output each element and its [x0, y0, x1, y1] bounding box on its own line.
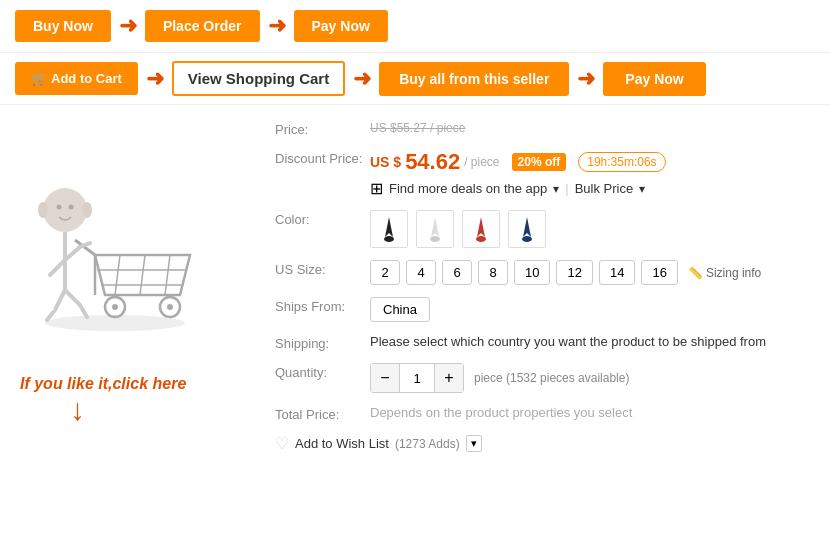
main-content: If you like it,click here ↓ Price: US $5…	[0, 105, 830, 468]
product-image	[15, 135, 235, 335]
quantity-label: Quantity:	[275, 363, 370, 380]
svg-point-10	[167, 304, 173, 310]
shipping-value: Please select which country you want the…	[370, 334, 815, 349]
color-row: Color:	[275, 210, 815, 248]
svg-point-19	[430, 236, 440, 242]
sizing-info-text: Sizing info	[706, 266, 761, 280]
ruler-icon: 📏	[688, 266, 703, 280]
total-price-text: Depends on the product properties you se…	[370, 405, 632, 420]
quantity-note: piece (1532 pieces available)	[474, 371, 629, 385]
place-order-button[interactable]: Place Order	[145, 10, 260, 42]
deals-text: Find more deals on the app	[389, 181, 547, 196]
deals-dropdown[interactable]: ▾	[553, 182, 559, 196]
color-swatch-navy[interactable]	[508, 210, 546, 248]
color-label: Color:	[275, 210, 370, 227]
sizing-info-link[interactable]: 📏 Sizing info	[688, 266, 761, 280]
size-btn-14[interactable]: 14	[599, 260, 635, 285]
discount-price-value: US $54.62 / piece 20% off 19h:35m:06s ⊞ …	[370, 149, 815, 198]
svg-point-17	[82, 202, 92, 218]
total-price-value: Depends on the product properties you se…	[370, 405, 815, 420]
original-price-value: US $55.27 / piece	[370, 120, 815, 135]
quantity-decrease-button[interactable]: −	[371, 364, 399, 392]
ships-from-label: Ships From:	[275, 297, 370, 314]
discount-badge: 20% off	[512, 153, 567, 171]
size-btn-16[interactable]: 16	[641, 260, 677, 285]
shipping-row: Shipping: Please select which country yo…	[275, 334, 815, 351]
svg-point-9	[112, 304, 118, 310]
size-btn-10[interactable]: 10	[514, 260, 550, 285]
product-detail-section: Price: US $55.27 / piece Discount Price:…	[260, 115, 830, 458]
pipe-divider: |	[565, 181, 568, 196]
buy-now-button[interactable]: Buy Now	[15, 10, 111, 42]
quantity-row: Quantity: − + piece (1532 pieces availab…	[275, 363, 815, 393]
arrow-icon-2: ➜	[268, 13, 286, 39]
quantity-input[interactable]	[399, 364, 435, 392]
us-size-row: US Size: 2 4 6 8 10 12 14 16 📏 Sizing in…	[275, 260, 815, 285]
product-image-section: If you like it,click here ↓	[0, 115, 260, 458]
arrow-icon-4: ➜	[353, 66, 371, 92]
cart-icon: 🛒	[31, 71, 47, 86]
quantity-increase-button[interactable]: +	[435, 364, 463, 392]
qr-icon: ⊞	[370, 179, 383, 198]
ships-from-china-button[interactable]: China	[370, 297, 430, 322]
size-btn-4[interactable]: 4	[406, 260, 436, 285]
click-here-text: If you like it,click here	[10, 375, 250, 393]
svg-line-4	[165, 255, 170, 295]
shipping-label: Shipping:	[275, 334, 370, 351]
discount-price-row: Discount Price: US $54.62 / piece 20% of…	[275, 149, 815, 198]
original-price-text: US $55.27 / piece	[370, 121, 465, 135]
bulk-price-text[interactable]: Bulk Price	[575, 181, 634, 196]
total-price-label: Total Price:	[275, 405, 370, 422]
second-action-bar: 🛒 Add to Cart ➜ View Shopping Cart ➜ Buy…	[0, 53, 830, 105]
color-swatch-cream[interactable]	[416, 210, 454, 248]
arrow-icon-1: ➜	[119, 13, 137, 39]
size-btn-12[interactable]: 12	[556, 260, 592, 285]
shipping-text: Please select which country you want the…	[370, 334, 766, 349]
product-image-area	[10, 125, 240, 345]
svg-point-20	[476, 236, 486, 242]
svg-point-18	[384, 236, 394, 242]
svg-point-11	[43, 188, 87, 232]
pay-now-second-button[interactable]: Pay Now	[603, 62, 705, 96]
arrow-down-icon: ↓	[10, 393, 250, 427]
view-shopping-cart-button[interactable]: View Shopping Cart	[172, 61, 345, 96]
svg-point-21	[522, 236, 532, 242]
pay-now-top-button[interactable]: Pay Now	[294, 10, 388, 42]
price-label: Price:	[275, 120, 370, 137]
price-unit: / piece	[464, 155, 499, 169]
ships-from-value: China	[370, 297, 815, 322]
svg-point-16	[38, 202, 48, 218]
color-swatch-black[interactable]	[370, 210, 408, 248]
arrow-icon-5: ➜	[577, 66, 595, 92]
size-buttons: 2 4 6 8 10 12 14 16 📏 Sizing info	[370, 260, 815, 285]
ships-from-row: Ships From: China	[275, 297, 815, 322]
timer-badge: 19h:35m:06s	[578, 152, 665, 172]
discount-price-number: 54.62	[405, 149, 460, 175]
wishlist-row: ♡ Add to Wish List (1273 Adds) ▾	[275, 434, 815, 453]
color-swatch-red[interactable]	[462, 210, 500, 248]
add-to-cart-button[interactable]: 🛒 Add to Cart	[15, 62, 138, 95]
heart-icon: ♡	[275, 434, 289, 453]
size-btn-6[interactable]: 6	[442, 260, 472, 285]
add-to-wishlist-button[interactable]: Add to Wish List	[295, 436, 389, 451]
price-inline-row: US $54.62 / piece 20% off 19h:35m:06s	[370, 149, 815, 175]
color-swatches	[370, 210, 815, 248]
top-action-bar: Buy Now ➜ Place Order ➜ Pay Now	[0, 0, 830, 53]
size-btn-2[interactable]: 2	[370, 260, 400, 285]
size-btn-8[interactable]: 8	[478, 260, 508, 285]
svg-point-14	[57, 205, 62, 210]
svg-point-15	[69, 205, 74, 210]
price-row: Price: US $55.27 / piece	[275, 120, 815, 137]
quantity-control-area: − + piece (1532 pieces available)	[370, 363, 815, 393]
bulk-price-dropdown[interactable]: ▾	[639, 182, 645, 196]
wishlist-dropdown-button[interactable]: ▾	[466, 435, 482, 452]
quantity-stepper: − +	[370, 363, 464, 393]
svg-line-3	[140, 255, 145, 295]
total-price-row: Total Price: Depends on the product prop…	[275, 405, 815, 422]
wishlist-count: (1273 Adds)	[395, 437, 460, 451]
svg-line-2	[115, 255, 120, 295]
price-currency: US $	[370, 154, 401, 170]
arrow-icon-3: ➜	[146, 66, 164, 92]
deals-row: ⊞ Find more deals on the app ▾ | Bulk Pr…	[370, 179, 815, 198]
buy-all-from-seller-button[interactable]: Buy all from this seller	[379, 62, 569, 96]
